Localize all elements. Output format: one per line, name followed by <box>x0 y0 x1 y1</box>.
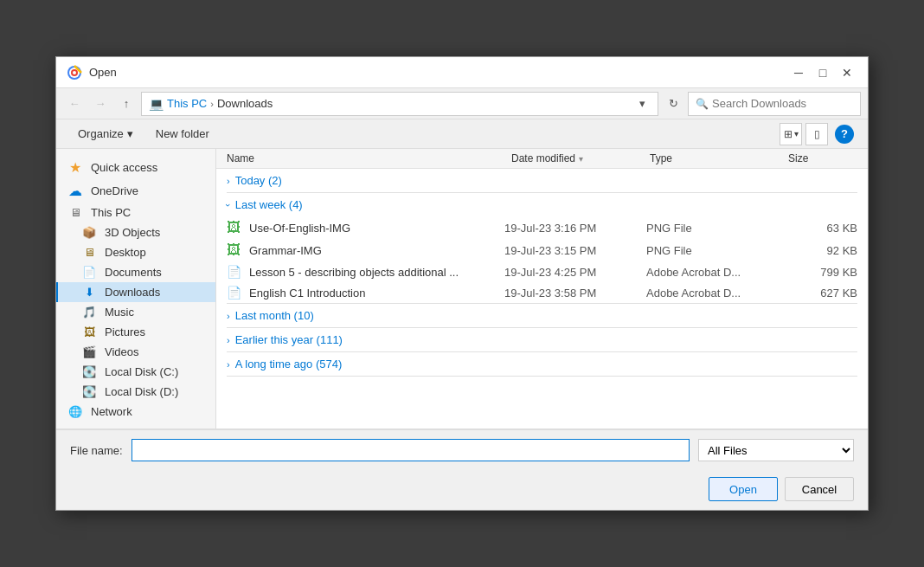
footer: File name: All Files Text Files (*.txt) … <box>56 429 868 470</box>
file-icon-grammar: 🖼 <box>227 242 246 258</box>
col-header-type[interactable]: Type <box>650 152 788 164</box>
sidebar-label-documents: Documents <box>105 266 162 279</box>
group-earlier-this-year[interactable]: › Earlier this year (111) <box>216 328 868 351</box>
sidebar-label-music: Music <box>105 306 134 319</box>
view-controls: ⊞ ▾ ▯ <box>780 123 828 145</box>
breadcrumb-separator: › <box>210 99 214 109</box>
sidebar-item-local-c[interactable]: 💽 Local Disk (C:) <box>56 362 215 382</box>
col-header-name[interactable]: Name <box>227 152 511 164</box>
sidebar-item-onedrive[interactable]: ☁ OneDrive <box>56 179 215 203</box>
dialog-title: Open <box>89 66 788 79</box>
command-bar: Organize ▾ New folder ⊞ ▾ ▯ ? <box>56 119 868 149</box>
this-pc-icon: 🖥 <box>67 206 84 219</box>
sidebar-item-local-d[interactable]: 💽 Local Disk (D:) <box>56 382 215 402</box>
title-bar: Open ─ □ ✕ <box>56 57 868 88</box>
group-last-week-chevron: › <box>223 203 234 207</box>
search-input[interactable] <box>712 97 857 110</box>
breadcrumb-this-pc: This PC <box>167 97 207 110</box>
organize-button[interactable]: Organize ▾ <box>70 124 141 144</box>
sidebar-label-local-d: Local Disk (D:) <box>105 385 178 398</box>
address-dropdown-button[interactable]: ▾ <box>633 97 651 110</box>
close-button[interactable]: ✕ <box>837 64 857 81</box>
open-dialog: Open ─ □ ✕ ← → ↑ 💻 This PC › Downloads ▾… <box>55 56 869 511</box>
search-box[interactable]: 🔍 <box>688 92 861 116</box>
help-button[interactable]: ? <box>835 125 854 144</box>
file-name-english-c1: English C1 Introduction <box>249 287 501 300</box>
group-last-week-label: Last week (4) <box>235 198 303 211</box>
col-header-size[interactable]: Size <box>788 152 857 164</box>
cancel-button[interactable]: Cancel <box>785 477 854 501</box>
file-type-english-c1: Adobe Acrobat D... <box>646 287 785 300</box>
group-last-month-label: Last month (10) <box>235 309 314 322</box>
sidebar-item-downloads[interactable]: ⬇ Downloads <box>56 282 215 302</box>
sidebar-item-quick-access[interactable]: ★ Quick access <box>56 156 215 179</box>
local-d-icon: 💽 <box>80 385 98 398</box>
file-row[interactable]: 🖼 Use-Of-English-IMG 19-Jul-23 3:16 PM P… <box>216 216 868 239</box>
file-name-grammar: Grammar-IMG <box>249 244 501 257</box>
filename-input[interactable] <box>132 439 690 461</box>
sidebar-item-videos[interactable]: 🎬 Videos <box>56 342 215 362</box>
view-dropdown-icon: ▾ <box>794 129 799 139</box>
file-row[interactable]: 📄 English C1 Introduction 19-Jul-23 3:58… <box>216 282 868 303</box>
file-date-lesson5: 19-Jul-23 4:25 PM <box>504 266 643 279</box>
forward-button[interactable]: → <box>89 93 112 115</box>
file-name-use-of-english: Use-Of-English-IMG <box>249 222 501 235</box>
sidebar-item-documents[interactable]: 📄 Documents <box>56 262 215 282</box>
minimize-button[interactable]: ─ <box>788 64 809 81</box>
breadcrumb: This PC › Downloads <box>167 97 630 110</box>
main-area: ★ Quick access ☁ OneDrive 🖥 This PC 📦 3D… <box>56 149 868 428</box>
col-header-date[interactable]: Date modified ▾ <box>511 152 650 164</box>
address-bar[interactable]: 💻 This PC › Downloads ▾ <box>141 92 658 116</box>
file-type-lesson5: Adobe Acrobat D... <box>646 266 785 279</box>
group-long-time-ago[interactable]: › A long time ago (574) <box>216 352 868 376</box>
sort-arrow-date: ▾ <box>579 154 583 164</box>
group-last-month[interactable]: › Last month (10) <box>216 304 868 327</box>
group-last-week[interactable]: › Last week (4) <box>216 193 868 216</box>
sidebar: ★ Quick access ☁ OneDrive 🖥 This PC 📦 3D… <box>56 149 216 428</box>
sidebar-label-quick-access: Quick access <box>91 161 157 174</box>
group-long-time-ago-label: A long time ago (574) <box>235 358 343 370</box>
filename-label: File name: <box>70 444 123 457</box>
breadcrumb-downloads: Downloads <box>217 97 273 110</box>
sidebar-item-3d-objects[interactable]: 📦 3D Objects <box>56 222 215 242</box>
window-controls: ─ □ ✕ <box>788 64 857 81</box>
file-date-grammar: 19-Jul-23 3:15 PM <box>504 244 643 257</box>
sidebar-item-desktop[interactable]: 🖥 Desktop <box>56 242 215 262</box>
file-row[interactable]: 📄 Lesson 5 - describing objects addition… <box>216 261 868 282</box>
new-folder-button[interactable]: New folder <box>148 124 217 144</box>
file-icon-lesson5: 📄 <box>227 265 246 279</box>
sidebar-item-music[interactable]: 🎵 Music <box>56 302 215 322</box>
pictures-icon: 🖼 <box>80 325 98 338</box>
sidebar-item-this-pc[interactable]: 🖥 This PC <box>56 203 215 222</box>
group-long-time-ago-divider <box>227 376 857 377</box>
sidebar-item-pictures[interactable]: 🖼 Pictures <box>56 322 215 342</box>
refresh-button[interactable]: ↻ <box>662 93 684 115</box>
up-button[interactable]: ↑ <box>115 93 138 115</box>
file-icon-english-c1: 📄 <box>227 286 246 300</box>
file-list-header: Name Date modified ▾ Type Size <box>216 149 868 169</box>
desktop: Open ─ □ ✕ ← → ↑ 💻 This PC › Downloads ▾… <box>0 0 924 567</box>
file-name-lesson5: Lesson 5 - describing objects additional… <box>249 266 501 279</box>
videos-icon: 🎬 <box>80 345 98 358</box>
preview-pane-button[interactable]: ▯ <box>805 123 828 145</box>
group-today[interactable]: › Today (2) <box>216 169 868 192</box>
music-icon: 🎵 <box>80 306 98 319</box>
address-toolbar: ← → ↑ 💻 This PC › Downloads ▾ ↻ 🔍 <box>56 88 868 119</box>
view-toggle-button[interactable]: ⊞ ▾ <box>780 123 802 145</box>
bottom-section: File name: All Files Text Files (*.txt) … <box>56 428 868 510</box>
group-today-label: Today (2) <box>235 174 282 187</box>
maximize-button[interactable]: □ <box>812 64 833 81</box>
sidebar-label-desktop: Desktop <box>105 246 146 259</box>
filetype-select[interactable]: All Files Text Files (*.txt) All Files (… <box>698 439 854 461</box>
desktop-icon: 🖥 <box>80 246 98 259</box>
sidebar-label-local-c: Local Disk (C:) <box>105 365 178 378</box>
back-button[interactable]: ← <box>63 93 86 115</box>
sidebar-item-network[interactable]: 🌐 Network <box>56 402 215 422</box>
downloads-icon: ⬇ <box>80 286 98 299</box>
group-earlier-chevron: › <box>227 335 230 345</box>
group-last-month-chevron: › <box>227 311 230 321</box>
svg-point-3 <box>73 71 76 74</box>
open-button[interactable]: Open <box>709 477 778 501</box>
file-row[interactable]: 🖼 Grammar-IMG 19-Jul-23 3:15 PM PNG File… <box>216 239 868 261</box>
local-c-icon: 💽 <box>80 365 98 378</box>
